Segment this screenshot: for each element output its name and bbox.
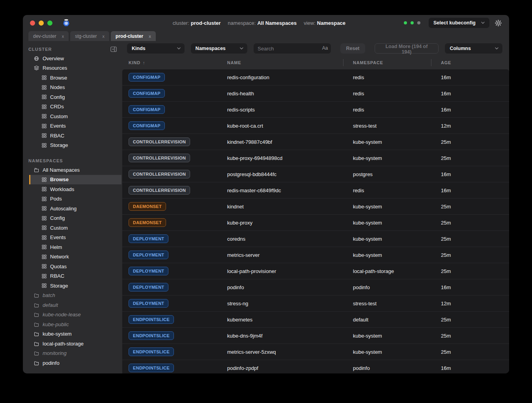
close-tab-icon[interactable]: x [62,34,64,39]
sidebar-cluster-view-item[interactable]: Custom [23,111,121,121]
table-row[interactable]: DAEMONSET kube-proxy kube-system 25m [122,215,509,231]
kind-badge: CONTROLLERREVISION [129,137,190,146]
column-header[interactable]: NAMESPACE [343,59,431,66]
sidebar-namespace-view-item[interactable]: Config [23,214,121,223]
sidebar-namespace-view-item[interactable]: Events [23,233,121,243]
table-row[interactable]: ENDPOINTSLICE kube-dns-9jm4f kube-system… [122,328,509,344]
sidebar-namespace-view-item[interactable]: Custom [23,223,121,233]
sidebar-namespace-view-item[interactable]: Autoscaling [23,204,121,214]
sidebar-cluster-view-item[interactable]: RBAC [23,131,121,141]
columns-dropdown[interactable]: Columns [445,43,502,54]
sidebar-namespace-item[interactable]: batch [23,291,121,301]
folder-icon [34,322,39,327]
table-row[interactable]: ENDPOINTSLICE kubernetes default 25m [122,312,509,328]
kind-badge: DEPLOYMENT [129,267,168,275]
close-tab-icon[interactable]: x [103,34,105,39]
kind-badge: ENDPOINTSLICE [129,315,174,324]
sidebar-namespace-item[interactable]: kube-node-lease [23,310,121,320]
table-row[interactable]: DEPLOYMENT stress-ng stress-test 12m [122,295,509,312]
table-row[interactable]: CONFIGMAP redis-configuration redis 16m [122,69,509,85]
table-row[interactable]: CONTROLLERREVISION kindnet-79887c49bf ku… [122,134,509,150]
status-dot-green [404,21,407,24]
grid-icon [42,177,47,182]
table-row[interactable]: CONTROLLERREVISION kube-proxy-69494898cd… [122,150,509,166]
column-header[interactable]: KIND↑ [129,59,227,66]
resource-name: redis-health [227,91,343,97]
table-row[interactable]: DEPLOYMENT podinfo podinfo 16m [122,279,509,295]
resource-namespace: kube-system [343,139,431,145]
table-row[interactable]: ENDPOINTSLICE metrics-server-5zxwq kube-… [122,344,509,360]
sidebar-cluster-view-item[interactable]: Events [23,121,121,131]
cluster-section-header: CLUSTER [23,45,121,54]
app-window: cluster:prod-cluster namespace:All Names… [23,15,509,373]
table-row[interactable]: CONFIGMAP redis-health redis 16m [122,85,509,102]
search-input[interactable] [254,43,331,54]
sidebar-namespace-item[interactable]: podinfo [23,358,121,368]
traffic-lights [30,20,52,26]
sidebar-namespace-item[interactable]: local-path-storage [23,339,121,349]
sidebar-cluster-view-item[interactable]: Storage [23,141,121,150]
titlebar: cluster:prod-cluster namespace:All Names… [23,15,509,31]
namespaces-filter-dropdown[interactable]: Namespaces [191,43,248,54]
table-row[interactable]: CONFIGMAP kube-root-ca.crt stress-test 1… [122,118,509,134]
sidebar-namespace-view-item[interactable]: Workloads [23,184,121,194]
grid-icon [42,75,47,80]
table-row[interactable]: CONTROLLERREVISION redis-master-c6849f9d… [122,182,509,199]
cluster-tab[interactable]: prod-cluster x [111,31,156,41]
close-window-button[interactable] [30,20,35,26]
minimize-window-button[interactable] [39,20,44,26]
sidebar-namespace-view-item[interactable]: Storage [23,281,121,291]
table-row[interactable]: DEPLOYMENT local-path-provisioner local-… [122,263,509,279]
sidebar-namespace-view-item[interactable]: Helm [23,242,121,252]
sidebar-namespace-view-item[interactable]: RBAC [23,271,121,281]
resource-name: postgresql-bdb8444fc [227,171,343,177]
grid-icon [42,85,47,90]
resource-name: podinfo [227,284,343,290]
folder-icon [34,312,39,317]
sidebar-item-overview[interactable]: Overview [23,54,121,63]
context-pair: view:Namespace [304,20,345,26]
resource-namespace: podinfo [343,284,431,290]
sidebar-namespace-item[interactable]: kube-system [23,329,121,339]
collapse-sidebar-icon[interactable] [110,46,117,52]
grid-icon [42,206,47,211]
table-row[interactable]: CONTROLLERREVISION postgresql-bdb8444fc … [122,166,509,182]
column-header[interactable]: AGE [431,59,509,66]
sidebar-namespace-view-item[interactable]: Pods [23,194,121,204]
close-tab-icon[interactable]: x [149,34,151,39]
table-row[interactable]: ENDPOINTSLICE podinfo-zpdpf podinfo 16m [122,360,509,373]
sidebar-namespace-item[interactable]: monitoring [23,349,121,358]
sidebar-cluster-view-item[interactable]: Nodes [23,83,121,93]
kind-badge: DAEMONSET [129,202,166,211]
resource-namespace: local-path-storage [343,268,431,274]
maximize-window-button[interactable] [47,20,52,26]
match-case-toggle[interactable]: Aa [322,45,328,51]
resource-namespace: kube-system [343,236,431,242]
sidebar-item-resources[interactable]: Resources [23,63,121,73]
table-row[interactable]: DEPLOYMENT coredns kube-system 25m [122,231,509,247]
reset-button[interactable]: Reset [340,43,365,54]
sidebar-namespace-item[interactable]: kube-public [23,319,121,329]
sidebar-namespace-item[interactable]: default [23,300,121,310]
load-more-button[interactable]: Load More (194 of 194) [375,43,439,54]
cluster-tab[interactable]: dev-cluster x [28,31,69,41]
sidebar-item-all-namespaces[interactable]: All Namespaces [23,165,121,175]
sidebar-cluster-view-item[interactable]: CRDs [23,102,121,112]
select-kubeconfig-button[interactable]: Select kubeconfig [429,18,489,28]
kind-badge: DEPLOYMENT [129,299,168,308]
resource-name: local-path-provisioner [227,268,343,274]
table-row[interactable]: DEPLOYMENT metrics-server kube-system 25… [122,247,509,263]
table-row[interactable]: DAEMONSET kindnet kube-system 25m [122,199,509,215]
sidebar-namespace-view-item[interactable]: Quotas [23,262,121,271]
sidebar-cluster-view-item[interactable]: Config [23,92,121,102]
settings-gear-icon[interactable] [495,19,502,27]
kinds-filter-dropdown[interactable]: Kinds [127,43,185,54]
table-row[interactable]: CONFIGMAP redis-scripts redis 16m [122,102,509,118]
column-header[interactable]: NAME [227,59,343,66]
cluster-tab[interactable]: stg-cluster x [70,31,109,41]
sidebar-namespace-view-item[interactable]: Network [23,252,121,262]
sidebar-cluster-view-item[interactable]: Browse [23,73,121,83]
resource-age: 25m [431,317,509,323]
sidebar-namespace-view-item[interactable]: Browse [29,175,121,185]
status-dot-green [411,21,414,24]
